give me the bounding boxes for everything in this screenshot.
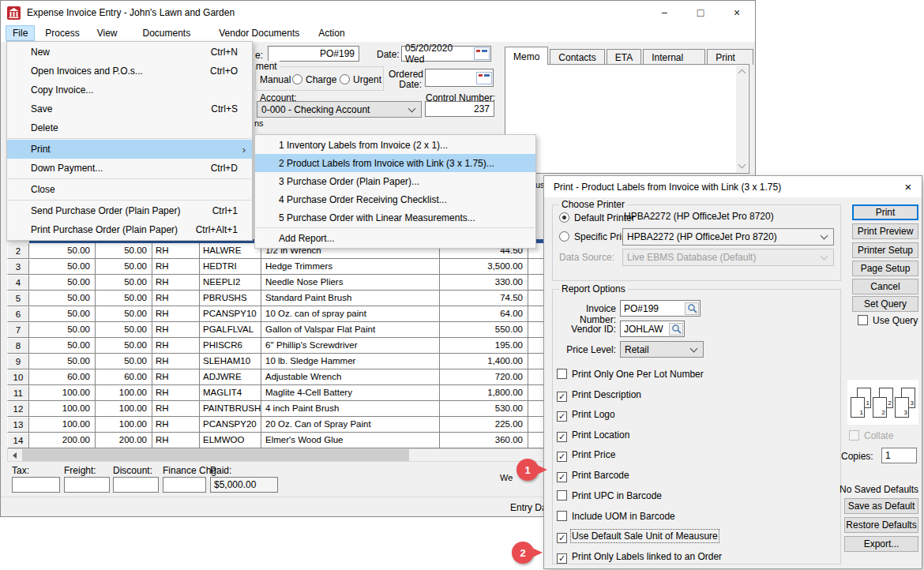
menu-item-print-purchase-order-plain-paper[interactable]: Print Purchase Order (Plain Paper)Ctrl+A…: [7, 220, 252, 239]
tab-eta[interactable]: ETA: [607, 49, 641, 65]
tax-field[interactable]: [12, 477, 60, 493]
table-row[interactable]: 850.0050.00RHPHISCR66'' Phillip's Screwd…: [7, 338, 544, 354]
specific-printer-radio[interactable]: [559, 231, 569, 242]
minimize-icon[interactable]: −: [646, 1, 682, 24]
scroll-down-icon[interactable]: [738, 161, 746, 169]
tab-memo[interactable]: Memo: [505, 47, 548, 65]
invoice-number-field[interactable]: PO#199: [620, 300, 701, 317]
finance-chg-field[interactable]: [163, 477, 206, 493]
checkbox-print-only-one-per-lot-number[interactable]: Print Only One Per Lot Number: [557, 369, 704, 380]
checkbox-print-price[interactable]: ✓Print Price: [557, 449, 615, 462]
printer-setup-button[interactable]: Printer Setup: [852, 242, 918, 258]
table-hscrollbar[interactable]: [7, 448, 544, 462]
menubar-item-view[interactable]: View: [90, 25, 125, 41]
freight-field[interactable]: [64, 477, 110, 493]
export-button[interactable]: Export...: [844, 536, 918, 552]
menu-item-close[interactable]: Close: [7, 180, 252, 199]
table-row[interactable]: 550.0050.00RHPBRUSHSStandard Paint Brush…: [7, 291, 544, 306]
checkbox-icon[interactable]: [858, 315, 868, 325]
print-button[interactable]: Print: [852, 204, 918, 220]
menubar-item-action[interactable]: Action: [311, 25, 351, 41]
table-row[interactable]: 12100.00100.00RHPAINTBRUSH44 inch Paint …: [7, 401, 544, 417]
set-query-button[interactable]: Set Query: [852, 296, 918, 312]
checkbox-icon[interactable]: [557, 369, 567, 379]
price-level-combo[interactable]: Retail: [620, 341, 704, 358]
po-number-field[interactable]: PO#199: [268, 46, 359, 62]
radio-manual-label[interactable]: Manual: [260, 74, 291, 85]
checkbox-icon[interactable]: ✓: [557, 392, 567, 402]
specific-printer-combo[interactable]: HPBA2272 (HP OfficeJet Pro 8720): [622, 228, 834, 246]
memo-textarea[interactable]: [505, 64, 749, 174]
checkbox-use-default-sale-unit-of-meausure[interactable]: ✓Use Default Sale Unit of Meausure: [557, 531, 718, 543]
copies-field[interactable]: 1: [881, 448, 917, 463]
page-setup-button[interactable]: Page Setup: [852, 261, 918, 276]
table-row[interactable]: 750.0050.00RHPGALFLVALGallon of Valspar …: [7, 322, 544, 338]
vendor-id-field[interactable]: JOHLAW: [620, 321, 685, 337]
checkbox-icon[interactable]: ✓: [557, 472, 567, 482]
discount-field[interactable]: [113, 477, 159, 493]
checkbox-icon[interactable]: ✓: [557, 411, 567, 422]
default-printer-radio[interactable]: [559, 212, 569, 223]
checkbox-print-logo[interactable]: ✓Print Logo: [557, 409, 615, 422]
menu-item-print[interactable]: Print›: [7, 140, 252, 159]
checkbox-icon[interactable]: ✓: [557, 553, 567, 564]
checkbox-print-description[interactable]: ✓Print Description: [557, 389, 641, 402]
table-row[interactable]: 1060.0060.00RHADJWREAdjustable Wrench720…: [7, 369, 544, 385]
menu-item-down-payment[interactable]: Down Payment...Ctrl+D: [7, 159, 252, 178]
checkbox-print-location[interactable]: ✓Print Location: [557, 429, 629, 442]
radio-urgent-label[interactable]: Urgent: [353, 74, 381, 85]
checkbox-icon[interactable]: [557, 511, 567, 521]
paid-field[interactable]: $5,000.00: [210, 477, 278, 493]
search-icon[interactable]: [669, 323, 683, 336]
dialog-close-icon[interactable]: ×: [895, 176, 922, 197]
menu-item-add-report[interactable]: Add Report...: [255, 229, 535, 247]
menubar-item-process[interactable]: Process: [38, 25, 86, 41]
use-query-checkbox[interactable]: Use Query: [858, 315, 918, 326]
save-as-default-button[interactable]: Save as Default: [844, 498, 918, 514]
menu-item-4-purchase-order-receiving-checklist[interactable]: 4 Purchase Order Receiving Checklist...: [255, 190, 535, 208]
cancel-button[interactable]: Cancel: [852, 279, 918, 294]
control-number-field[interactable]: 237: [425, 101, 494, 117]
tab-internal-notes[interactable]: Internal Notes: [643, 49, 705, 65]
table-row[interactable]: 450.0050.00RHNEEPLI2Needle Nose Pliers33…: [7, 275, 544, 291]
checkbox-include-uom-in-barcode[interactable]: Include UOM in Barcode: [557, 511, 675, 522]
checkbox-print-upc-in-barcode[interactable]: Print UPC in Barcode: [557, 490, 662, 501]
menu-item-delete[interactable]: Delete: [7, 118, 252, 137]
maximize-icon[interactable]: □: [682, 1, 719, 24]
scroll-left-button[interactable]: [8, 449, 21, 461]
calendar-icon[interactable]: [476, 72, 492, 84]
radio-charge-label[interactable]: Charge: [306, 74, 336, 85]
menu-item-copy-invoice[interactable]: Copy Invoice...: [7, 81, 252, 99]
table-row[interactable]: 14200.00200.00RHELMWOOElmer's Wood Glue3…: [7, 433, 544, 448]
scroll-up-icon[interactable]: [738, 69, 746, 77]
table-row[interactable]: 950.0050.00RHSLEHAM1010 lb. Sledge Hamme…: [7, 354, 544, 369]
radio-charge[interactable]: [292, 74, 302, 84]
date-field[interactable]: 05/20/2020 Wed: [401, 46, 491, 62]
checkbox-print-only-labels-linked-to-an-order[interactable]: ✓Print Only Labels linked to an Order: [557, 551, 722, 564]
search-icon[interactable]: [685, 302, 699, 315]
menubar-item-file[interactable]: File: [6, 25, 35, 41]
calendar-icon[interactable]: [474, 47, 490, 60]
menu-item-save[interactable]: SaveCtrl+S: [7, 99, 252, 118]
memo-scrollbar[interactable]: [736, 66, 748, 172]
restore-defaults-button[interactable]: Restore Defaults: [844, 517, 918, 533]
account-combo[interactable]: 0-000 - Checking Account: [257, 101, 422, 118]
table-row[interactable]: 650.0050.00RHPCANSPY1010 Oz. can of spra…: [7, 306, 544, 322]
menu-item-new[interactable]: NewCtrl+N: [7, 43, 252, 62]
radio-urgent[interactable]: [340, 74, 350, 84]
checkbox-icon[interactable]: ✓: [557, 452, 567, 462]
close-icon[interactable]: ×: [719, 1, 755, 24]
tab-print-log[interactable]: Print Log: [707, 49, 753, 65]
table-row[interactable]: 350.0050.00RHHEDTRIHedge Trimmers3,500.0…: [7, 259, 544, 275]
table-row[interactable]: 11100.00100.00RHMAGLIT4Maglite 4-Cell Ba…: [7, 385, 544, 401]
print-preview-button[interactable]: Print Preview: [852, 223, 918, 239]
hscroll-thumb[interactable]: [22, 449, 409, 461]
menu-item-3-purchase-order-plain-paper[interactable]: 3 Purchase Order (Plain Paper)...: [255, 172, 535, 190]
ordered-date-field[interactable]: [425, 69, 494, 87]
menu-item-5-purchase-order-with-linear-measurements[interactable]: 5 Purchase Order with Linear Measurement…: [255, 208, 535, 227]
menu-item-2-product-labels-from-invoice-with-link-3-x-1-75[interactable]: 2 Product Labels from Invoice with Link …: [255, 154, 535, 172]
menu-item-send-purchase-order-plain-paper[interactable]: Send Purchase Order (Plain Paper)Ctrl+1: [7, 201, 252, 220]
checkbox-icon[interactable]: ✓: [557, 432, 567, 442]
checkbox-print-barcode[interactable]: ✓Print Barcode: [557, 470, 629, 482]
checkbox-icon[interactable]: ✓: [557, 533, 567, 543]
